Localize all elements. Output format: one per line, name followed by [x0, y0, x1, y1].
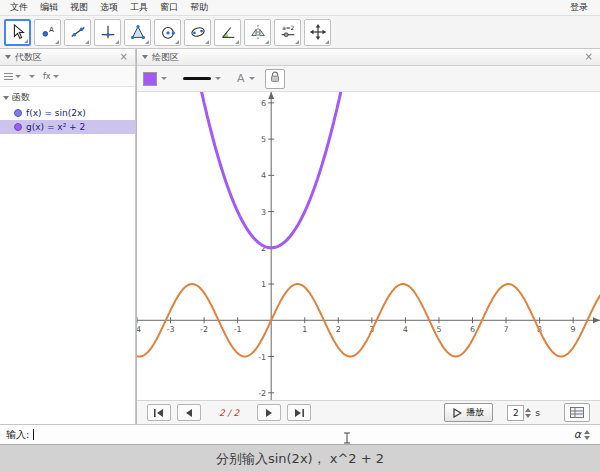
chevron-down-icon[interactable] [161, 77, 167, 80]
color-swatch[interactable] [143, 72, 157, 86]
go-to-first-button[interactable] [147, 404, 171, 421]
go-to-last-button[interactable] [287, 404, 311, 421]
text-caret [33, 429, 34, 440]
geogebra-window: 文件 编辑 视图 选项 工具 窗口 帮助 登录 A [0, 0, 600, 445]
graphics-canvas[interactable]: -4-3-2-1123456789-2-1123456 [137, 92, 600, 400]
svg-text:a=2: a=2 [282, 25, 294, 31]
collapse-arrow-icon[interactable] [142, 55, 148, 59]
ellipse-icon [189, 23, 207, 41]
polygon-icon [129, 23, 147, 41]
algebra-panel-title: 代数区 [15, 51, 42, 64]
svg-text:4: 4 [403, 325, 408, 334]
menu-file[interactable]: 文件 [4, 1, 34, 14]
tree-group-label: 函数 [12, 91, 30, 104]
svg-text:3: 3 [261, 208, 266, 217]
chevron-down-icon [15, 75, 21, 78]
function-plot: -4-3-2-1123456789-2-1123456 [137, 92, 600, 400]
slider-tool-button[interactable]: a=2 [274, 19, 301, 46]
speed-spinner: 2 s [507, 405, 540, 421]
fx-style-dropdown[interactable]: fx [43, 72, 59, 81]
fx-label: fx [43, 72, 51, 81]
lock-icon [268, 69, 282, 88]
speed-increase-icon[interactable] [525, 408, 531, 412]
menu-help[interactable]: 帮助 [184, 1, 214, 14]
algebra-stylebar: fx [0, 66, 135, 87]
graphics-stylebar: A [137, 66, 600, 92]
perpendicular-line-tool-button[interactable] [94, 19, 121, 46]
chevron-down-icon [29, 75, 35, 78]
svg-text:-1: -1 [258, 353, 266, 362]
perpendicular-line-icon [99, 23, 117, 41]
algebra-close-icon[interactable]: × [118, 52, 130, 62]
step-forward-button[interactable] [257, 404, 281, 421]
svg-text:4: 4 [261, 171, 266, 180]
lock-object-button[interactable] [265, 69, 285, 89]
input-bar: 输入: α [0, 424, 600, 444]
circle-icon [159, 23, 177, 41]
point-tool-button[interactable]: A [34, 19, 61, 46]
svg-text:-2: -2 [258, 389, 266, 398]
svg-text:-3: -3 [167, 325, 175, 334]
line-tool-button[interactable] [64, 19, 91, 46]
play-icon [453, 408, 462, 418]
visibility-dot-f[interactable] [14, 109, 22, 117]
angle-icon [219, 23, 237, 41]
sort-icon [4, 73, 13, 80]
protocol-grid-icon [570, 407, 584, 418]
speed-decrease-icon[interactable] [525, 414, 531, 418]
speed-value[interactable]: 2 [507, 405, 524, 421]
tree-collapse-icon [3, 96, 9, 100]
algebra-item-f[interactable]: f(x) = sin(2x) [0, 106, 135, 120]
line-style-sample[interactable] [183, 77, 211, 80]
move-graphics-view-tool-button[interactable] [304, 19, 331, 46]
symbol-down-icon [584, 436, 590, 440]
graphics-panel-header: 绘图区 × [137, 49, 600, 66]
svg-text:1: 1 [302, 325, 307, 334]
menu-view[interactable]: 视图 [64, 1, 94, 14]
command-input[interactable] [38, 428, 569, 442]
tree-group-functions[interactable]: 函数 [0, 89, 135, 106]
caption-text: 分别输入sin(2x)， x^2 + 2 [0, 445, 600, 472]
menu-tools[interactable]: 工具 [124, 1, 154, 14]
construction-protocol-button[interactable] [564, 403, 590, 422]
collapse-arrow-icon[interactable] [5, 55, 11, 59]
play-label: 播放 [466, 406, 484, 419]
play-button[interactable]: 播放 [444, 403, 493, 422]
svg-text:1: 1 [261, 280, 266, 289]
menu-options[interactable]: 选项 [94, 1, 124, 14]
alpha-symbol: α [574, 428, 581, 441]
algebra-item-g-label: g(x) = x² + 2 [26, 122, 85, 132]
svg-text:-2: -2 [200, 325, 208, 334]
graphics-close-icon[interactable]: × [583, 52, 595, 62]
visibility-dot-g[interactable] [14, 123, 22, 131]
reflect-tool-button[interactable] [244, 19, 271, 46]
menu-window[interactable]: 窗口 [154, 1, 184, 14]
circle-tool-button[interactable] [154, 19, 181, 46]
svg-text:6: 6 [470, 325, 475, 334]
sign-in-button[interactable]: 登录 [562, 1, 596, 14]
construction-navigation-bar: 2 / 2 播放 2 s [137, 400, 600, 424]
menu-bar: 文件 编辑 视图 选项 工具 窗口 帮助 登录 [0, 0, 600, 16]
move-tool-button[interactable] [4, 19, 31, 46]
label-style-button[interactable]: A [237, 72, 245, 85]
sort-objects-dropdown[interactable] [4, 73, 21, 80]
skip-end-icon [293, 408, 305, 418]
chevron-down-icon[interactable] [215, 77, 221, 80]
toolbar: A a=2 [0, 16, 600, 49]
input-label: 输入: [6, 428, 29, 442]
svg-text:5: 5 [261, 135, 266, 144]
graphics-panel-title: 绘图区 [152, 51, 179, 64]
auxiliary-objects-dropdown[interactable] [29, 75, 35, 78]
step-forward-icon [264, 408, 274, 418]
move-cursor-icon [9, 23, 27, 41]
slider-icon: a=2 [279, 23, 297, 41]
symbol-dropdown[interactable]: α [574, 428, 594, 441]
chevron-down-icon[interactable] [249, 77, 255, 80]
menu-edit[interactable]: 编辑 [34, 1, 64, 14]
step-back-button[interactable] [177, 404, 201, 421]
algebra-item-g[interactable]: g(x) = x² + 2 [0, 120, 135, 134]
angle-tool-button[interactable] [214, 19, 241, 46]
graphics-view-panel: 绘图区 × A -4-3-2-1123456789-2-1123456 [137, 49, 600, 424]
polygon-tool-button[interactable] [124, 19, 151, 46]
ellipse-tool-button[interactable] [184, 19, 211, 46]
